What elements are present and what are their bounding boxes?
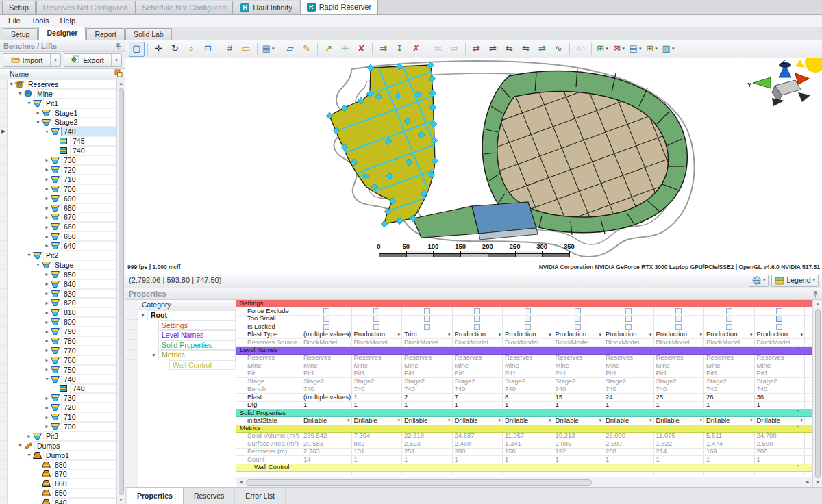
- scroll-thumb[interactable]: [119, 88, 124, 495]
- cell[interactable]: [352, 323, 403, 331]
- cell[interactable]: Mine: [755, 362, 806, 370]
- cell[interactable]: Mine: [352, 362, 403, 370]
- tree-item-780[interactable]: ▸780: [0, 336, 116, 346]
- cell[interactable]: Production▾: [553, 331, 604, 339]
- expand-arrow[interactable]: ▸: [43, 347, 51, 353]
- cell[interactable]: [704, 323, 755, 331]
- collapse-arrow[interactable]: ▾: [25, 252, 33, 258]
- cell[interactable]: [805, 307, 812, 315]
- cell[interactable]: (multiple values)▾: [301, 331, 352, 339]
- cell[interactable]: [352, 307, 403, 315]
- pin-icon[interactable]: [812, 290, 819, 298]
- column-chooser-icon[interactable]: [114, 69, 123, 79]
- checkbox[interactable]: [675, 308, 682, 314]
- expand-arrow[interactable]: ▸: [43, 395, 51, 401]
- cell[interactable]: 14: [301, 456, 352, 464]
- orientation-gizmo[interactable]: Y Z: [747, 58, 822, 106]
- app-tab-haul-infinity[interactable]: HHaul Infinity: [234, 1, 299, 14]
- cell[interactable]: Stage2: [704, 378, 755, 386]
- insert-vertex-icon[interactable]: ✛: [337, 42, 353, 57]
- dropdown-arrow[interactable]: ▾: [599, 418, 601, 423]
- cell[interactable]: [301, 316, 352, 323]
- expand-arrow[interactable]: ▸: [43, 300, 51, 306]
- cell[interactable]: Drillable▾: [553, 417, 604, 425]
- cell[interactable]: 1: [402, 456, 453, 464]
- dropdown-arrow[interactable]: ▾: [800, 332, 803, 338]
- cell[interactable]: 7: [453, 394, 503, 401]
- tree-item-stage[interactable]: ▾Stage: [0, 260, 116, 270]
- cell[interactable]: Drillable▾: [402, 417, 453, 425]
- cell[interactable]: [805, 456, 812, 464]
- tree-item-dump1[interactable]: ▾Dump1: [0, 451, 116, 460]
- cell[interactable]: Mine: [402, 362, 453, 370]
- cell[interactable]: [704, 316, 755, 323]
- cell[interactable]: 24: [603, 394, 654, 401]
- cell[interactable]: Reserves: [453, 355, 503, 362]
- category-settings[interactable]: Settings: [138, 320, 236, 331]
- cell[interactable]: Reserves: [352, 355, 403, 362]
- cell[interactable]: 1: [654, 402, 705, 410]
- tree-item-860[interactable]: 860: [0, 479, 116, 488]
- select-region-icon[interactable]: ▢: [129, 42, 145, 57]
- tree-item-pit3[interactable]: ▸Pit3: [0, 431, 116, 441]
- cell[interactable]: [453, 316, 503, 323]
- cell[interactable]: [654, 307, 705, 315]
- app-tab-rapid-reserver[interactable]: RRapid Reserver: [300, 0, 378, 14]
- reverse-direction-icon[interactable]: ⇄: [469, 42, 484, 57]
- cell[interactable]: [805, 394, 812, 401]
- expand-arrow[interactable]: ▸: [43, 414, 51, 420]
- scroll-up-arrow[interactable]: ▲: [813, 300, 822, 308]
- scroll-left-arrow[interactable]: ◀: [236, 479, 246, 485]
- tree-item-dumps[interactable]: ▾Dumps: [0, 441, 116, 451]
- menu-help[interactable]: Help: [54, 15, 81, 27]
- cell[interactable]: 1: [503, 456, 553, 464]
- collapse-arrow[interactable]: ▾: [34, 262, 42, 268]
- section-band-solid-properties[interactable]: Solid Properties⌃: [236, 410, 812, 417]
- cell[interactable]: [805, 402, 812, 410]
- cell[interactable]: 25: [654, 394, 705, 401]
- table-vertical-scrollbar[interactable]: ▲ ▼: [812, 300, 822, 487]
- cell[interactable]: Pit1: [453, 370, 503, 378]
- cell[interactable]: 2,763: [301, 449, 352, 456]
- cell[interactable]: 740: [603, 386, 654, 394]
- cell[interactable]: 2,500: [755, 440, 806, 448]
- tree-item-750[interactable]: ▸750: [0, 365, 116, 375]
- cell[interactable]: 2,469: [453, 440, 503, 448]
- tree-item-740[interactable]: ▾740: [0, 375, 116, 384]
- cell[interactable]: 131: [352, 449, 403, 456]
- cell[interactable]: Drillable▾: [654, 417, 705, 425]
- checkbox[interactable]: [675, 324, 682, 330]
- cell[interactable]: 7,394: [352, 433, 403, 440]
- pit-design-drawing[interactable]: Y Z: [125, 58, 822, 257]
- orbit-icon[interactable]: ↻: [167, 42, 183, 57]
- cell[interactable]: BlockModel: [352, 339, 403, 346]
- cell[interactable]: Pit1: [654, 370, 705, 378]
- expand-arrow[interactable]: ▸: [43, 195, 51, 201]
- cell[interactable]: Mine: [654, 362, 705, 370]
- measure-icon[interactable]: ▭: [238, 42, 254, 57]
- bottom-tab-error-list[interactable]: Error List: [235, 488, 286, 504]
- cell[interactable]: [603, 316, 654, 323]
- cell[interactable]: Drillable▾: [503, 417, 553, 425]
- cell[interactable]: [755, 323, 806, 331]
- tree-item-850[interactable]: ▸850: [0, 270, 116, 279]
- collapse-arrow[interactable]: ▾: [34, 119, 42, 125]
- cell[interactable]: Reserves: [503, 355, 553, 362]
- tree-item-880[interactable]: 880: [0, 460, 116, 470]
- cell[interactable]: [453, 323, 503, 331]
- cell[interactable]: 19,213: [553, 433, 604, 440]
- scroll-right-arrow[interactable]: ▶: [803, 479, 812, 485]
- remove-projection-icon[interactable]: ✗: [408, 42, 424, 57]
- cell[interactable]: 740: [352, 386, 403, 394]
- cell[interactable]: BlockModel: [553, 339, 604, 346]
- table-add-icon[interactable]: ⊞▾: [595, 42, 610, 57]
- cell[interactable]: 200: [755, 449, 806, 456]
- checkbox[interactable]: [575, 308, 581, 314]
- cell[interactable]: 200: [603, 449, 654, 456]
- cell[interactable]: 24,687: [453, 433, 503, 440]
- cell[interactable]: 1: [704, 456, 755, 464]
- table-horizontal-scrollbar[interactable]: ◀ ▶: [236, 477, 812, 487]
- expand-arrow[interactable]: ▸: [43, 271, 51, 277]
- cell[interactable]: 740: [553, 386, 604, 394]
- scroll-down-arrow[interactable]: ▼: [117, 496, 125, 504]
